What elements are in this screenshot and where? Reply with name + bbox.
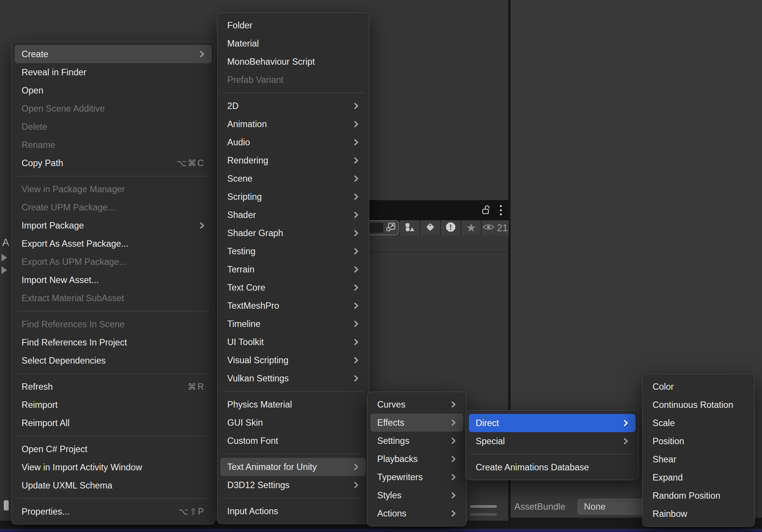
foldout-arrow-icon[interactable] bbox=[2, 266, 7, 274]
menu-item-position[interactable]: Position bbox=[646, 432, 751, 450]
menu-item-gui-skin[interactable]: GUI Skin bbox=[220, 414, 366, 432]
menu-item-copy-path[interactable]: Copy Path⌥⌘C bbox=[15, 154, 212, 172]
labels-button[interactable] bbox=[400, 220, 420, 235]
menu-item-properties[interactable]: Properties...⌥⇧P bbox=[15, 502, 212, 521]
menu-item-create-animations-database[interactable]: Create Animations Database bbox=[469, 458, 636, 476]
menu-item-scripting[interactable]: Scripting bbox=[220, 188, 366, 206]
menu-item-custom-font[interactable]: Custom Font bbox=[220, 432, 366, 450]
create-submenu: FolderMaterialMonoBehaviour ScriptPrefab… bbox=[217, 12, 369, 524]
chevron-right-icon bbox=[199, 50, 205, 59]
scrollbar-thumb[interactable] bbox=[4, 500, 9, 510]
menu-item-continuous-rotation[interactable]: Continuous Rotation bbox=[646, 396, 751, 414]
menu-item-label: Scale bbox=[653, 418, 675, 428]
horizontal-scrollbar[interactable] bbox=[470, 505, 497, 508]
lock-open-icon[interactable] bbox=[482, 204, 491, 216]
menu-item-typewriters[interactable]: Typewriters bbox=[370, 468, 463, 486]
menu-item-color[interactable]: Color bbox=[646, 378, 751, 396]
menu-item-update-uxml-schema[interactable]: Update UXML Schema bbox=[15, 476, 212, 495]
menu-item-scene[interactable]: Scene bbox=[220, 170, 366, 188]
kebab-menu-icon[interactable] bbox=[500, 205, 502, 215]
eye-icon bbox=[482, 222, 495, 234]
menu-item-d3d12-settings[interactable]: D3D12 Settings bbox=[220, 476, 366, 494]
menu-item-export-as-asset-package[interactable]: Export As Asset Package... bbox=[15, 235, 212, 253]
chevron-right-icon bbox=[353, 192, 359, 201]
menu-item-2d[interactable]: 2D bbox=[220, 97, 366, 115]
menu-item-label: Text Animator for Unity bbox=[227, 462, 317, 472]
menu-item-open[interactable]: Open bbox=[15, 81, 212, 100]
menu-item-testing[interactable]: Testing bbox=[220, 242, 366, 260]
menu-item-material[interactable]: Material bbox=[220, 34, 366, 53]
menu-item-folder[interactable]: Folder bbox=[220, 16, 366, 34]
menu-item-text-animator-for-unity[interactable]: Text Animator for Unity bbox=[220, 458, 366, 476]
menu-item-curves[interactable]: Curves bbox=[370, 395, 463, 414]
menu-item-monobehaviour-script[interactable]: MonoBehaviour Script bbox=[220, 53, 366, 71]
inspector-toolbar: ★ 21 bbox=[363, 220, 509, 235]
menu-item-rainbow[interactable]: Rainbow bbox=[646, 505, 751, 523]
menu-item-text-core[interactable]: Text Core bbox=[220, 278, 366, 297]
menu-item-shader-graph[interactable]: Shader Graph bbox=[220, 224, 366, 242]
chevron-right-icon bbox=[451, 400, 456, 409]
menu-separator bbox=[17, 311, 209, 311]
favorites-button[interactable]: ★ bbox=[461, 220, 481, 235]
menu-item-ui-toolkit[interactable]: UI Toolkit bbox=[220, 333, 366, 351]
menu-item-view-in-import-activity-window[interactable]: View in Import Activity Window bbox=[15, 458, 212, 476]
chevron-right-icon bbox=[451, 454, 456, 464]
chevron-right-icon bbox=[353, 174, 359, 183]
menu-item-shader[interactable]: Shader bbox=[220, 206, 366, 224]
menu-item-label: Visual Scripting bbox=[227, 355, 289, 366]
menu-item-label: Import Package bbox=[22, 221, 84, 231]
menu-item-vulkan-settings[interactable]: Vulkan Settings bbox=[220, 369, 366, 387]
menu-item-view-in-package-manager: View in Package Manager bbox=[15, 180, 212, 198]
open-new-window-icon[interactable] bbox=[386, 222, 396, 234]
menu-item-label: Prefab Variant bbox=[227, 75, 283, 85]
menu-item-label: View in Import Activity Window bbox=[22, 462, 142, 473]
tag-button[interactable] bbox=[420, 220, 440, 235]
menu-item-label: Input Actions bbox=[227, 506, 278, 516]
menu-item-label: Scripting bbox=[227, 192, 262, 202]
menu-item-label: Shear bbox=[653, 454, 676, 465]
menu-item-expand[interactable]: Expand bbox=[646, 468, 751, 487]
menu-item-refresh[interactable]: Refresh⌘R bbox=[15, 378, 212, 396]
visibility-button[interactable]: 21 bbox=[482, 220, 509, 235]
menu-item-timeline[interactable]: Timeline bbox=[220, 315, 366, 333]
shapes-icon bbox=[404, 222, 415, 233]
menu-item-find-references-in-project[interactable]: Find References In Project bbox=[15, 333, 212, 352]
menu-item-playbacks[interactable]: Playbacks bbox=[370, 450, 463, 468]
menu-item-visual-scripting[interactable]: Visual Scripting bbox=[220, 351, 366, 369]
menu-item-shear[interactable]: Shear bbox=[646, 450, 751, 468]
warnings-button[interactable] bbox=[441, 220, 461, 235]
menu-item-import-new-asset[interactable]: Import New Asset... bbox=[15, 271, 212, 289]
menu-item-terrain[interactable]: Terrain bbox=[220, 260, 366, 278]
menu-item-label: Delete bbox=[22, 122, 47, 132]
menu-item-select-dependencies[interactable]: Select Dependencies bbox=[15, 352, 212, 370]
menu-item-direct[interactable]: Direct bbox=[469, 414, 636, 432]
inspector-row-seam bbox=[363, 252, 509, 252]
menu-item-import-package[interactable]: Import Package bbox=[15, 216, 212, 235]
menu-item-rendering[interactable]: Rendering bbox=[220, 151, 366, 170]
menu-item-create-upm-package: Create UPM Package... bbox=[15, 198, 212, 216]
menu-item-label: Terrain bbox=[227, 264, 255, 275]
foldout-arrow-icon[interactable] bbox=[2, 254, 7, 261]
menu-item-animation[interactable]: Animation bbox=[220, 115, 366, 133]
menu-item-styles[interactable]: Styles bbox=[370, 486, 463, 504]
menu-item-audio[interactable]: Audio bbox=[220, 133, 366, 151]
menu-item-scale[interactable]: Scale bbox=[646, 414, 751, 432]
menu-separator bbox=[17, 176, 209, 176]
menu-item-reimport[interactable]: Reimport bbox=[15, 396, 212, 414]
menu-item-open-c-project[interactable]: Open C# Project bbox=[15, 440, 212, 458]
menu-item-actions[interactable]: Actions bbox=[370, 504, 463, 523]
menu-item-label: Color bbox=[653, 382, 674, 392]
menu-item-create[interactable]: Create bbox=[15, 45, 212, 63]
menu-item-textmeshpro[interactable]: TextMeshPro bbox=[220, 297, 366, 315]
menu-item-label: Timeline bbox=[227, 319, 261, 329]
context-menu: CreateReveal in FinderOpenOpen Scene Add… bbox=[11, 41, 215, 524]
chevron-right-icon bbox=[353, 462, 359, 471]
menu-item-reimport-all[interactable]: Reimport All bbox=[15, 414, 212, 432]
menu-item-physics-material[interactable]: Physics Material bbox=[220, 395, 366, 414]
menu-item-random-position[interactable]: Random Position bbox=[646, 487, 751, 505]
menu-item-reveal-in-finder[interactable]: Reveal in Finder bbox=[15, 63, 212, 81]
menu-item-input-actions[interactable]: Input Actions bbox=[220, 502, 366, 520]
menu-item-settings[interactable]: Settings bbox=[370, 432, 463, 450]
menu-item-special[interactable]: Special bbox=[469, 432, 636, 450]
menu-item-effects[interactable]: Effects bbox=[370, 414, 463, 432]
